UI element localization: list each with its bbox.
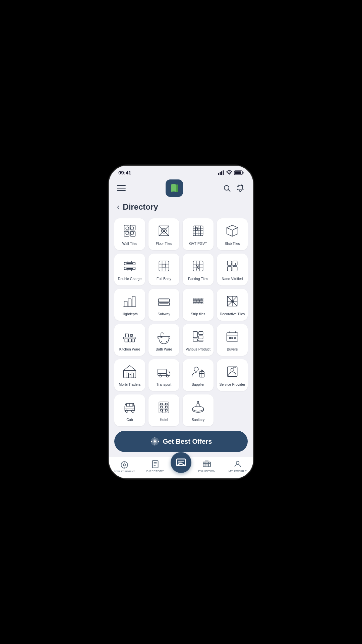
gvt-pgvt-icon — [191, 223, 205, 239]
grid-item-floor-tiles[interactable]: Floor Tiles — [148, 218, 179, 250]
grid-item-transport[interactable]: Transport — [148, 359, 179, 391]
search-icon[interactable] — [223, 184, 231, 192]
svg-point-82 — [121, 462, 128, 468]
svg-rect-72 — [163, 410, 165, 413]
nav-business-post[interactable] — [171, 452, 191, 473]
grid-item-double-charge[interactable]: Double Charge — [114, 254, 145, 285]
grid-item-strip-tiles[interactable]: Strip tiles — [183, 289, 214, 321]
back-button[interactable]: ‹ — [117, 203, 119, 211]
svg-rect-67 — [166, 403, 168, 405]
svg-point-101 — [236, 461, 239, 464]
nav-directory[interactable]: DIRECTORY — [140, 460, 171, 473]
grid-item-highdepth[interactable]: Highdepth — [114, 289, 145, 321]
svg-rect-2 — [221, 171, 222, 175]
directory-grid: Wall TilesFloor TilesGVT-PGVTSlab TilesD… — [114, 218, 248, 426]
svg-point-63 — [132, 410, 134, 412]
svg-rect-32 — [128, 299, 131, 307]
decorative-tiles-icon — [225, 294, 240, 310]
svg-rect-52 — [126, 373, 128, 378]
grid-item-hotel[interactable]: Hotel — [148, 394, 179, 426]
svg-rect-53 — [131, 373, 133, 378]
grid-item-bath-ware[interactable]: Bath Ware — [148, 324, 179, 356]
hotel-icon — [157, 399, 171, 416]
grid-item-service-provider[interactable]: Service Provider — [217, 359, 248, 391]
grid-item-label-morbi-traders: Morbi Traders — [119, 382, 141, 387]
svg-point-16 — [126, 231, 129, 234]
grid-item-buyers[interactable]: Buyers — [217, 324, 248, 356]
get-best-offers-button[interactable]: Get Best Offers — [114, 431, 248, 452]
hamburger-menu[interactable] — [117, 185, 126, 191]
svg-point-17 — [131, 231, 134, 234]
highdepth-icon — [122, 294, 137, 310]
grid-item-label-buyers: Buyers — [227, 347, 238, 352]
grid-item-cab[interactable]: Cab — [114, 394, 145, 426]
slab-tiles-icon — [225, 223, 240, 239]
grid-item-label-decorative-tiles: Decorative Tiles — [220, 312, 245, 317]
exhibition-icon — [202, 460, 211, 469]
grid-item-label-slab-tiles: Slab Tiles — [225, 241, 240, 246]
svg-point-56 — [166, 375, 169, 377]
grid-item-various-product[interactable]: Various Product — [183, 324, 214, 356]
svg-rect-35 — [159, 302, 170, 305]
svg-rect-42 — [125, 339, 128, 342]
grid-item-morbi-traders[interactable]: Morbi Traders — [114, 359, 145, 391]
grid-item-sanitary[interactable]: Sanitary — [183, 394, 214, 426]
nano-vitrified-icon — [225, 259, 240, 275]
svg-rect-31 — [124, 301, 127, 307]
app-logo — [166, 179, 183, 197]
grid-item-decorative-tiles[interactable]: Decorative Tiles — [217, 289, 248, 321]
svg-rect-49 — [199, 336, 203, 339]
cab-icon — [122, 399, 137, 416]
grid-item-subway[interactable]: Subway — [148, 289, 179, 321]
nav-advertisement[interactable]: ADVERTISEMENT — [109, 461, 140, 473]
wall-tiles-icon — [122, 223, 137, 239]
svg-rect-43 — [128, 339, 131, 342]
service-provider-icon — [225, 364, 240, 380]
nav-exhibition-label: EXHIBITION — [198, 470, 215, 473]
business-post-icon — [176, 457, 186, 468]
nav-advertisement-label: ADVERTISEMENT — [114, 470, 135, 473]
grid-item-label-double-charge: Double Charge — [118, 277, 142, 281]
svg-rect-34 — [159, 299, 170, 302]
grid-item-wall-tiles[interactable]: Wall Tiles — [114, 218, 145, 250]
svg-point-73 — [193, 406, 204, 411]
svg-point-4 — [229, 174, 230, 175]
grid-item-label-bath-ware: Bath Ware — [156, 347, 172, 352]
directory-grid-scroll: Wall TilesFloor TilesGVT-PGVTSlab TilesD… — [109, 216, 253, 427]
svg-rect-41 — [124, 337, 136, 339]
morbi-traders-icon — [122, 364, 137, 380]
grid-item-label-subway: Subway — [158, 312, 170, 317]
grid-item-label-sanitary: Sanitary — [192, 418, 205, 422]
svg-rect-24 — [159, 261, 169, 271]
grid-item-label-hotel: Hotel — [160, 418, 168, 422]
advertisement-icon — [120, 461, 129, 469]
grid-item-nano-vitrified[interactable]: Nano Vitrified — [217, 254, 248, 285]
grid-item-supplier[interactable]: Supplier — [183, 359, 214, 391]
svg-point-15 — [131, 227, 134, 230]
grid-item-full-body[interactable]: Full Body — [148, 254, 179, 285]
top-right-actions — [223, 183, 245, 193]
svg-point-62 — [125, 410, 128, 412]
svg-rect-58 — [199, 372, 204, 377]
bell-icon[interactable] — [236, 183, 245, 193]
grid-item-slab-tiles[interactable]: Slab Tiles — [217, 218, 248, 250]
status-icons — [218, 170, 244, 175]
transport-icon — [157, 364, 171, 380]
svg-rect-1 — [220, 172, 221, 175]
nav-exhibition[interactable]: EXHIBITION — [191, 460, 222, 473]
svg-rect-69 — [166, 406, 168, 408]
grid-item-label-gvt-pgvt: GVT-PGVT — [189, 241, 207, 246]
grid-item-parking-tiles[interactable]: Parking Tiles — [183, 254, 214, 285]
grid-item-label-cab: Cab — [126, 418, 133, 422]
grid-item-kitchen-ware[interactable]: Kitchen Ware — [114, 324, 145, 356]
svg-rect-96 — [203, 462, 210, 467]
nav-my-profile[interactable]: MY PROFILE — [222, 460, 253, 473]
svg-rect-88 — [152, 461, 158, 468]
grid-item-gvt-pgvt[interactable]: GVT-PGVT — [183, 218, 214, 250]
double-charge-icon — [122, 259, 137, 275]
svg-rect-0 — [218, 173, 219, 175]
svg-rect-27 — [227, 261, 232, 265]
svg-point-57 — [194, 367, 198, 371]
full-body-icon — [157, 259, 171, 275]
phone-shell: 09:41 — [109, 166, 253, 478]
